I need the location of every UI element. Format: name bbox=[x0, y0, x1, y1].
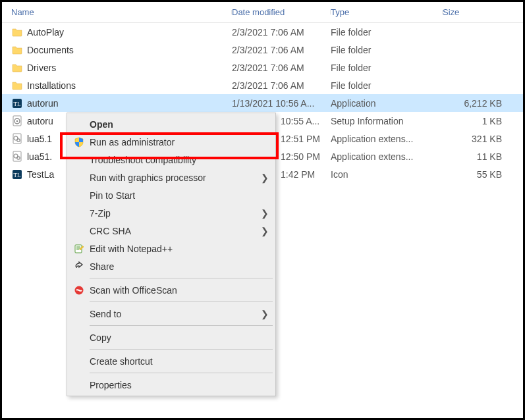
file-name-label: Drivers bbox=[27, 63, 56, 73]
officescan-icon bbox=[72, 284, 86, 297]
blank-icon bbox=[72, 118, 86, 131]
file-name-cell: Documents bbox=[11, 44, 232, 56]
menu-item-share[interactable]: Share bbox=[69, 257, 274, 275]
menu-item-troubleshoot[interactable]: Troubleshoot compatibility bbox=[69, 151, 274, 169]
file-type: Application extens... bbox=[331, 134, 443, 144]
file-row[interactable]: Installations2/3/2021 7:06 AMFile folder bbox=[2, 76, 523, 94]
column-header-size[interactable]: Size bbox=[443, 7, 509, 17]
menu-item-send-to[interactable]: Send to ❯ bbox=[69, 305, 274, 323]
menu-item-create-shortcut[interactable]: Create shortcut bbox=[69, 352, 274, 370]
file-name-label: AutoPlay bbox=[27, 27, 64, 38]
file-size: 1 KB bbox=[443, 116, 502, 126]
svg-rect-5 bbox=[13, 134, 21, 144]
menu-label-pin: Pin to Start bbox=[90, 190, 269, 201]
shield-icon bbox=[72, 136, 86, 149]
file-type: Application extens... bbox=[331, 151, 443, 162]
blank-icon bbox=[72, 355, 86, 368]
file-name-label: Installations bbox=[27, 80, 76, 91]
file-name-label: Documents bbox=[27, 45, 74, 55]
file-date: 2/3/2021 7:06 AM bbox=[232, 63, 331, 73]
menu-item-officescan[interactable]: Scan with OfficeScan bbox=[69, 281, 274, 299]
file-name-label: autorun bbox=[27, 98, 58, 109]
file-name-label: TestLa bbox=[27, 169, 54, 180]
menu-label-officescan: Scan with OfficeScan bbox=[90, 285, 269, 296]
blank-icon bbox=[72, 307, 86, 321]
file-type: File folder bbox=[331, 63, 443, 73]
chevron-right-icon: ❯ bbox=[258, 172, 269, 183]
menu-item-copy[interactable]: Copy bbox=[69, 328, 274, 346]
blank-icon bbox=[72, 153, 86, 167]
svg-text:TL: TL bbox=[14, 101, 21, 107]
menu-label-run-as-administrator: Run as administrator bbox=[90, 137, 269, 147]
menu-item-open[interactable]: Open bbox=[69, 115, 274, 133]
menu-separator bbox=[90, 302, 273, 302]
file-size: 11 KB bbox=[443, 151, 502, 162]
file-name-cell: AutoPlay bbox=[11, 26, 232, 38]
file-row[interactable]: AutoPlay2/3/2021 7:06 AMFile folder bbox=[2, 23, 523, 41]
menu-item-properties[interactable]: Properties bbox=[69, 376, 274, 394]
column-header-name[interactable]: Name bbox=[11, 7, 232, 17]
file-date: 1/13/2021 10:56 A... bbox=[232, 98, 331, 109]
file-row[interactable]: Drivers2/3/2021 7:06 AMFile folder bbox=[2, 59, 523, 76]
column-header-type[interactable]: Type bbox=[331, 7, 443, 17]
file-date: 2/3/2021 7:06 AM bbox=[232, 80, 331, 91]
inf-icon bbox=[11, 115, 23, 127]
menu-label-copy: Copy bbox=[90, 332, 269, 343]
file-row[interactable]: Documents2/3/2021 7:06 AMFile folder bbox=[2, 41, 523, 59]
file-name-cell: TLautorun bbox=[11, 97, 232, 109]
blank-icon bbox=[72, 189, 86, 202]
blank-icon bbox=[72, 207, 86, 220]
blank-icon bbox=[72, 331, 86, 344]
menu-item-graphics-processor[interactable]: Run with graphics processor ❯ bbox=[69, 169, 274, 186]
menu-label-troubleshoot: Troubleshoot compatibility bbox=[90, 155, 269, 165]
menu-label-notepad: Edit with Notepad++ bbox=[90, 244, 269, 254]
blank-icon bbox=[72, 379, 86, 392]
chevron-right-icon: ❯ bbox=[258, 208, 269, 219]
menu-item-edit-with-notepad[interactable]: Edit with Notepad++ bbox=[69, 240, 274, 257]
folder-icon bbox=[11, 80, 23, 92]
chevron-right-icon: ❯ bbox=[258, 309, 269, 319]
file-date: 2/3/2021 7:06 AM bbox=[232, 27, 331, 38]
file-name-label: lua5.1 bbox=[27, 134, 52, 144]
share-icon bbox=[72, 260, 86, 273]
file-name-cell: Drivers bbox=[11, 62, 232, 74]
menu-label-7zip: 7-Zip bbox=[90, 208, 258, 219]
folder-icon bbox=[11, 62, 23, 74]
menu-item-pin-to-start[interactable]: Pin to Start bbox=[69, 186, 274, 204]
menu-separator bbox=[90, 278, 273, 278]
column-header-date[interactable]: Date modified bbox=[232, 7, 331, 17]
context-menu: Open Run as administrator Troubleshoot c… bbox=[67, 113, 276, 396]
menu-separator bbox=[90, 349, 273, 350]
menu-separator bbox=[90, 325, 273, 326]
app-icon: TL bbox=[11, 97, 23, 109]
file-type: File folder bbox=[331, 45, 443, 55]
notepad-icon bbox=[72, 242, 86, 255]
menu-item-7zip[interactable]: 7-Zip ❯ bbox=[69, 204, 274, 222]
file-name-cell: Installations bbox=[11, 80, 232, 92]
file-name-label: lua51. bbox=[27, 151, 52, 162]
menu-item-run-as-administrator[interactable]: Run as administrator bbox=[69, 133, 274, 151]
menu-label-graphics: Run with graphics processor bbox=[90, 172, 258, 183]
file-type: Application bbox=[331, 98, 443, 109]
folder-icon bbox=[11, 44, 23, 56]
file-name-label: autoru bbox=[27, 116, 53, 126]
menu-item-crc-sha[interactable]: CRC SHA ❯ bbox=[69, 222, 274, 240]
column-header-row: Name Date modified Type Size bbox=[2, 2, 523, 23]
explorer-window: Name Date modified Type Size AutoPlay2/3… bbox=[0, 0, 525, 420]
menu-label-open: Open bbox=[90, 119, 269, 130]
file-type: Setup Information bbox=[331, 116, 443, 126]
chevron-right-icon: ❯ bbox=[258, 226, 269, 236]
menu-label-shortcut: Create shortcut bbox=[90, 356, 269, 367]
file-size: 321 KB bbox=[443, 134, 502, 144]
file-size: 6,212 KB bbox=[443, 98, 502, 109]
svg-point-4 bbox=[16, 120, 18, 122]
blank-icon bbox=[72, 171, 86, 184]
menu-label-sendto: Send to bbox=[90, 309, 258, 319]
dll-icon bbox=[11, 133, 23, 145]
file-type: Icon bbox=[331, 169, 443, 180]
file-row[interactable]: TLautorun1/13/2021 10:56 A...Application… bbox=[2, 94, 523, 112]
svg-rect-8 bbox=[13, 151, 21, 161]
folder-icon bbox=[11, 26, 23, 38]
menu-label-properties: Properties bbox=[90, 380, 269, 390]
file-type: File folder bbox=[331, 80, 443, 91]
